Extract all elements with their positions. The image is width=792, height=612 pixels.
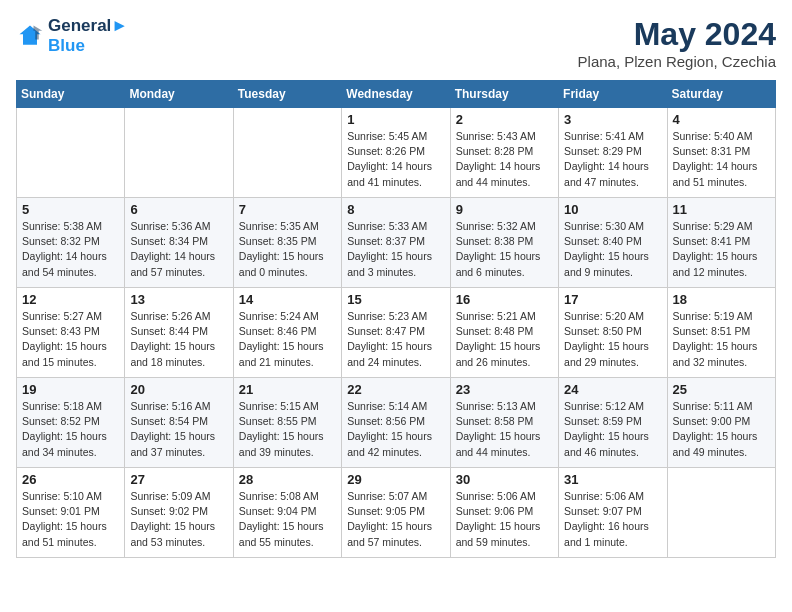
day-content: Sunrise: 5:09 AM Sunset: 9:02 PM Dayligh… [130, 489, 227, 550]
weekday-header: Monday [125, 81, 233, 108]
day-number: 19 [22, 382, 119, 397]
calendar-cell: 6Sunrise: 5:36 AM Sunset: 8:34 PM Daylig… [125, 198, 233, 288]
day-number: 23 [456, 382, 553, 397]
weekday-header: Saturday [667, 81, 775, 108]
day-content: Sunrise: 5:45 AM Sunset: 8:26 PM Dayligh… [347, 129, 444, 190]
day-number: 7 [239, 202, 336, 217]
calendar-cell: 31Sunrise: 5:06 AM Sunset: 9:07 PM Dayli… [559, 468, 667, 558]
day-content: Sunrise: 5:19 AM Sunset: 8:51 PM Dayligh… [673, 309, 770, 370]
calendar-cell: 8Sunrise: 5:33 AM Sunset: 8:37 PM Daylig… [342, 198, 450, 288]
day-content: Sunrise: 5:07 AM Sunset: 9:05 PM Dayligh… [347, 489, 444, 550]
day-content: Sunrise: 5:36 AM Sunset: 8:34 PM Dayligh… [130, 219, 227, 280]
day-content: Sunrise: 5:08 AM Sunset: 9:04 PM Dayligh… [239, 489, 336, 550]
calendar-cell [17, 108, 125, 198]
calendar-cell: 15Sunrise: 5:23 AM Sunset: 8:47 PM Dayli… [342, 288, 450, 378]
day-number: 20 [130, 382, 227, 397]
calendar-cell [233, 108, 341, 198]
weekday-header-row: SundayMondayTuesdayWednesdayThursdayFrid… [17, 81, 776, 108]
calendar-cell: 10Sunrise: 5:30 AM Sunset: 8:40 PM Dayli… [559, 198, 667, 288]
calendar-cell: 11Sunrise: 5:29 AM Sunset: 8:41 PM Dayli… [667, 198, 775, 288]
day-content: Sunrise: 5:23 AM Sunset: 8:47 PM Dayligh… [347, 309, 444, 370]
day-number: 1 [347, 112, 444, 127]
calendar-cell: 9Sunrise: 5:32 AM Sunset: 8:38 PM Daylig… [450, 198, 558, 288]
title-block: May 2024 Plana, Plzen Region, Czechia [578, 16, 776, 70]
day-content: Sunrise: 5:29 AM Sunset: 8:41 PM Dayligh… [673, 219, 770, 280]
day-content: Sunrise: 5:06 AM Sunset: 9:06 PM Dayligh… [456, 489, 553, 550]
day-number: 24 [564, 382, 661, 397]
calendar-week-row: 26Sunrise: 5:10 AM Sunset: 9:01 PM Dayli… [17, 468, 776, 558]
day-number: 28 [239, 472, 336, 487]
calendar-cell: 13Sunrise: 5:26 AM Sunset: 8:44 PM Dayli… [125, 288, 233, 378]
calendar-week-row: 5Sunrise: 5:38 AM Sunset: 8:32 PM Daylig… [17, 198, 776, 288]
calendar-cell: 16Sunrise: 5:21 AM Sunset: 8:48 PM Dayli… [450, 288, 558, 378]
calendar-cell: 23Sunrise: 5:13 AM Sunset: 8:58 PM Dayli… [450, 378, 558, 468]
day-number: 5 [22, 202, 119, 217]
day-content: Sunrise: 5:32 AM Sunset: 8:38 PM Dayligh… [456, 219, 553, 280]
calendar-cell: 18Sunrise: 5:19 AM Sunset: 8:51 PM Dayli… [667, 288, 775, 378]
day-content: Sunrise: 5:33 AM Sunset: 8:37 PM Dayligh… [347, 219, 444, 280]
day-number: 21 [239, 382, 336, 397]
calendar-cell: 12Sunrise: 5:27 AM Sunset: 8:43 PM Dayli… [17, 288, 125, 378]
day-content: Sunrise: 5:10 AM Sunset: 9:01 PM Dayligh… [22, 489, 119, 550]
calendar-cell: 17Sunrise: 5:20 AM Sunset: 8:50 PM Dayli… [559, 288, 667, 378]
month-title: May 2024 [578, 16, 776, 53]
calendar-cell: 26Sunrise: 5:10 AM Sunset: 9:01 PM Dayli… [17, 468, 125, 558]
day-number: 18 [673, 292, 770, 307]
calendar-cell [125, 108, 233, 198]
day-number: 14 [239, 292, 336, 307]
day-number: 8 [347, 202, 444, 217]
day-number: 4 [673, 112, 770, 127]
day-number: 27 [130, 472, 227, 487]
day-number: 31 [564, 472, 661, 487]
calendar-cell: 7Sunrise: 5:35 AM Sunset: 8:35 PM Daylig… [233, 198, 341, 288]
calendar-cell: 19Sunrise: 5:18 AM Sunset: 8:52 PM Dayli… [17, 378, 125, 468]
calendar-week-row: 19Sunrise: 5:18 AM Sunset: 8:52 PM Dayli… [17, 378, 776, 468]
logo: General► Blue [16, 16, 128, 56]
day-content: Sunrise: 5:30 AM Sunset: 8:40 PM Dayligh… [564, 219, 661, 280]
day-number: 22 [347, 382, 444, 397]
calendar-cell: 27Sunrise: 5:09 AM Sunset: 9:02 PM Dayli… [125, 468, 233, 558]
day-number: 30 [456, 472, 553, 487]
logo-text: General► Blue [48, 16, 128, 56]
day-content: Sunrise: 5:21 AM Sunset: 8:48 PM Dayligh… [456, 309, 553, 370]
day-number: 11 [673, 202, 770, 217]
day-number: 6 [130, 202, 227, 217]
day-content: Sunrise: 5:18 AM Sunset: 8:52 PM Dayligh… [22, 399, 119, 460]
day-content: Sunrise: 5:15 AM Sunset: 8:55 PM Dayligh… [239, 399, 336, 460]
calendar-cell: 22Sunrise: 5:14 AM Sunset: 8:56 PM Dayli… [342, 378, 450, 468]
calendar-cell: 21Sunrise: 5:15 AM Sunset: 8:55 PM Dayli… [233, 378, 341, 468]
day-content: Sunrise: 5:40 AM Sunset: 8:31 PM Dayligh… [673, 129, 770, 190]
day-number: 15 [347, 292, 444, 307]
day-number: 25 [673, 382, 770, 397]
calendar-cell: 4Sunrise: 5:40 AM Sunset: 8:31 PM Daylig… [667, 108, 775, 198]
calendar-cell [667, 468, 775, 558]
calendar-cell: 5Sunrise: 5:38 AM Sunset: 8:32 PM Daylig… [17, 198, 125, 288]
logo-icon [16, 22, 44, 50]
day-content: Sunrise: 5:06 AM Sunset: 9:07 PM Dayligh… [564, 489, 661, 550]
day-content: Sunrise: 5:35 AM Sunset: 8:35 PM Dayligh… [239, 219, 336, 280]
day-number: 16 [456, 292, 553, 307]
day-content: Sunrise: 5:20 AM Sunset: 8:50 PM Dayligh… [564, 309, 661, 370]
location: Plana, Plzen Region, Czechia [578, 53, 776, 70]
day-number: 13 [130, 292, 227, 307]
day-content: Sunrise: 5:41 AM Sunset: 8:29 PM Dayligh… [564, 129, 661, 190]
calendar-cell: 25Sunrise: 5:11 AM Sunset: 9:00 PM Dayli… [667, 378, 775, 468]
calendar-cell: 3Sunrise: 5:41 AM Sunset: 8:29 PM Daylig… [559, 108, 667, 198]
calendar-cell: 24Sunrise: 5:12 AM Sunset: 8:59 PM Dayli… [559, 378, 667, 468]
weekday-header: Sunday [17, 81, 125, 108]
day-content: Sunrise: 5:13 AM Sunset: 8:58 PM Dayligh… [456, 399, 553, 460]
day-number: 29 [347, 472, 444, 487]
day-number: 9 [456, 202, 553, 217]
day-number: 26 [22, 472, 119, 487]
day-number: 10 [564, 202, 661, 217]
day-number: 12 [22, 292, 119, 307]
day-content: Sunrise: 5:11 AM Sunset: 9:00 PM Dayligh… [673, 399, 770, 460]
calendar-cell: 28Sunrise: 5:08 AM Sunset: 9:04 PM Dayli… [233, 468, 341, 558]
day-content: Sunrise: 5:43 AM Sunset: 8:28 PM Dayligh… [456, 129, 553, 190]
weekday-header: Wednesday [342, 81, 450, 108]
weekday-header: Friday [559, 81, 667, 108]
weekday-header: Thursday [450, 81, 558, 108]
calendar-week-row: 12Sunrise: 5:27 AM Sunset: 8:43 PM Dayli… [17, 288, 776, 378]
day-content: Sunrise: 5:38 AM Sunset: 8:32 PM Dayligh… [22, 219, 119, 280]
calendar-cell: 20Sunrise: 5:16 AM Sunset: 8:54 PM Dayli… [125, 378, 233, 468]
